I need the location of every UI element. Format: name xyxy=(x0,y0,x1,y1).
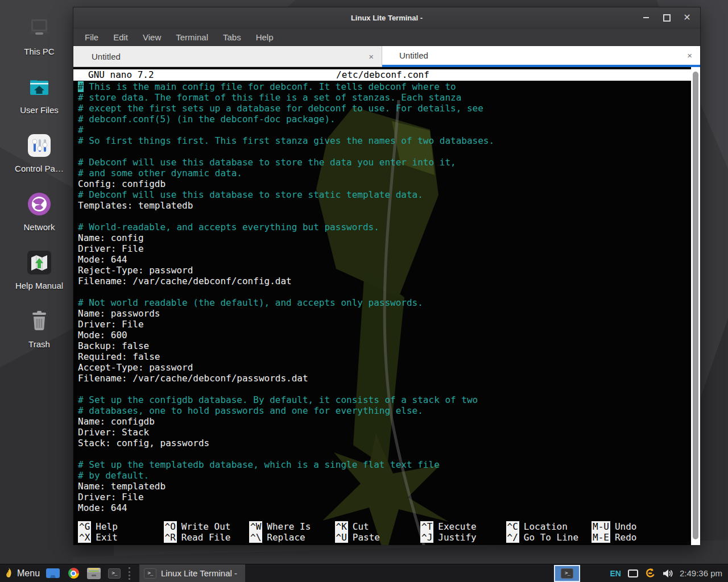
screen-tray-icon[interactable] xyxy=(628,569,638,577)
shortcut-key: ^X xyxy=(78,532,91,543)
shortcut-key: ^C xyxy=(506,521,519,532)
editor-line: # debconf.conf(5) (in the debconf-doc pa… xyxy=(78,114,685,124)
desktop-icon-this-pc[interactable]: This PC xyxy=(6,15,73,56)
panel-separator-handle[interactable] xyxy=(129,567,130,580)
nano-editor[interactable]: GNU nano 7.2 /etc/debconf.conf # This is… xyxy=(73,67,700,545)
editor-line xyxy=(78,146,685,157)
menu-item-edit[interactable]: Edit xyxy=(113,32,128,42)
shortcut-label: Undo xyxy=(615,521,637,532)
editor-line: Driver: File xyxy=(78,243,685,254)
desktop-icon-label: Network xyxy=(23,222,55,232)
window-title: Linux Lite Terminal - xyxy=(73,14,700,22)
editor-line: Driver: Stack xyxy=(78,427,685,438)
launcher-terminal[interactable]: >_ xyxy=(107,566,122,581)
nano-titlebar: GNU nano 7.2 /etc/debconf.conf xyxy=(73,69,692,81)
desktop-icon-help-manual[interactable]: Help Manual xyxy=(6,249,73,290)
maximize-button[interactable] xyxy=(660,11,673,24)
sliders-icon xyxy=(26,132,53,159)
editor-line: # This is the main config file for debco… xyxy=(78,81,685,92)
launcher-file-archive[interactable] xyxy=(86,566,101,581)
tab-close-icon[interactable]: × xyxy=(369,52,374,61)
shortcut-key: ^T xyxy=(420,521,433,532)
shortcut-column: ^KCut^UPaste xyxy=(335,521,421,543)
nano-shortcut-execute: ^TExecute xyxy=(420,521,506,532)
editor-line: Config: configdb xyxy=(78,178,685,189)
editor-line: Accept-Type: password xyxy=(78,362,685,373)
keyboard-layout-indicator[interactable]: EN xyxy=(610,569,621,578)
nano-shortcut-paste: ^UPaste xyxy=(335,532,421,543)
editor-line: # Set up the configdb database. By defau… xyxy=(78,394,685,405)
desktop-icon-user-files[interactable]: User Files xyxy=(6,73,73,115)
taskbar-window-button[interactable]: >_ Linux Lite Terminal - xyxy=(139,564,245,582)
editor-line: # Not world readable (the default), and … xyxy=(78,297,685,308)
editor-line xyxy=(78,384,685,394)
editor-line: # So first things first. This first stan… xyxy=(78,135,685,146)
nano-buffer[interactable]: # This is the main config file for debco… xyxy=(78,81,685,513)
editor-line: Name: configdb xyxy=(78,416,685,427)
taskbar-clock[interactable]: 2:49:36 pm xyxy=(680,568,722,578)
menu-item-help[interactable]: Help xyxy=(256,32,274,42)
editor-line: # World-readable, and accepts everything… xyxy=(78,222,685,232)
nano-shortcut-go-to-line: ^/Go To Line xyxy=(506,532,592,543)
launcher-desktop-settings[interactable] xyxy=(46,566,60,581)
editor-line: Name: templatedb xyxy=(78,481,685,492)
scrollbar[interactable] xyxy=(691,67,700,545)
shortcut-label: Where Is xyxy=(267,521,311,532)
nano-shortcut-bar: ^GHelp^XExit^OWrite Out^RRead File^WWher… xyxy=(78,521,677,543)
editor-line: Mode: 644 xyxy=(78,254,685,265)
shortcut-key: ^R xyxy=(164,532,177,543)
window-titlebar[interactable]: Linux Lite Terminal - ✕ xyxy=(73,7,700,28)
tab-untitled-1[interactable]: Untitled × xyxy=(73,46,382,67)
shortcut-key: ^W xyxy=(249,521,262,532)
nano-shortcut-exit: ^XExit xyxy=(78,532,164,543)
tray-terminal-active-button[interactable]: >_ xyxy=(554,565,580,582)
terminal-window: Linux Lite Terminal - ✕ FileEditViewTerm… xyxy=(73,7,701,544)
terminal-menubar: FileEditViewTerminalTabsHelp xyxy=(73,28,700,46)
shortcut-column: ^GHelp^XExit xyxy=(78,521,164,543)
nano-shortcut-location: ^CLocation xyxy=(506,521,592,532)
shortcut-label: Justify xyxy=(438,532,476,543)
shortcut-column: M-UUndoM-ERedo xyxy=(592,521,677,543)
minimize-button[interactable] xyxy=(640,11,652,24)
menu-item-terminal[interactable]: Terminal xyxy=(176,32,208,42)
shortcut-label: Execute xyxy=(438,521,476,532)
shortcut-column: ^OWrite Out^RRead File xyxy=(164,521,250,543)
menu-item-file[interactable]: File xyxy=(85,32,98,42)
nano-shortcut-read-file: ^RRead File xyxy=(164,532,250,543)
menu-button[interactable]: Menu xyxy=(5,568,40,579)
desktop-icon-network[interactable]: Network xyxy=(6,190,73,232)
editor-line: # except the first sets up a database fo… xyxy=(78,103,685,114)
close-button[interactable]: ✕ xyxy=(681,11,693,24)
tab-label: Untitled xyxy=(399,51,428,60)
shortcut-key: M-U xyxy=(592,521,610,532)
tab-close-icon[interactable]: × xyxy=(687,51,692,60)
maximize-icon xyxy=(663,14,671,22)
shortcut-column: ^TExecute^JJustify xyxy=(420,521,506,543)
volume-icon[interactable] xyxy=(663,569,673,578)
desktop-icon-label: Help Manual xyxy=(15,281,63,290)
shortcut-label: Replace xyxy=(267,532,305,543)
editor-line: # databases, one to hold passwords and o… xyxy=(78,405,685,416)
shortcut-column: ^CLocation^/Go To Line xyxy=(506,521,592,543)
desktop-icon-label: User Files xyxy=(20,105,59,115)
shortcut-key: ^J xyxy=(420,532,433,543)
taskbar-left: Menu >_ >_ Linux Lite Terminal - xyxy=(0,564,245,582)
shortcut-key: ^/ xyxy=(506,532,519,543)
scrollbar-thumb[interactable] xyxy=(693,72,698,539)
shortcut-key: ^G xyxy=(78,521,91,532)
menu-item-view[interactable]: View xyxy=(143,32,161,42)
tab-untitled-2-active[interactable]: Untitled × xyxy=(382,46,700,67)
desktop-icon-trash[interactable]: Trash xyxy=(6,307,73,349)
desktop-icon-label: This PC xyxy=(24,47,54,56)
shortcut-label: Location xyxy=(524,521,568,532)
desktop-icon-control-panel[interactable]: Control Pa… xyxy=(6,132,73,173)
editor-line: # xyxy=(78,124,685,135)
launcher-chrome[interactable] xyxy=(66,566,81,581)
shortcut-label: Redo xyxy=(615,532,637,543)
window-controls: ✕ xyxy=(640,7,693,28)
update-tray-icon[interactable] xyxy=(645,568,656,579)
linux-lite-flame-icon xyxy=(5,568,13,579)
menu-item-tabs[interactable]: Tabs xyxy=(223,32,241,42)
nano-shortcut-justify: ^JJustify xyxy=(420,532,506,543)
archive-cabinet-icon xyxy=(87,568,101,579)
